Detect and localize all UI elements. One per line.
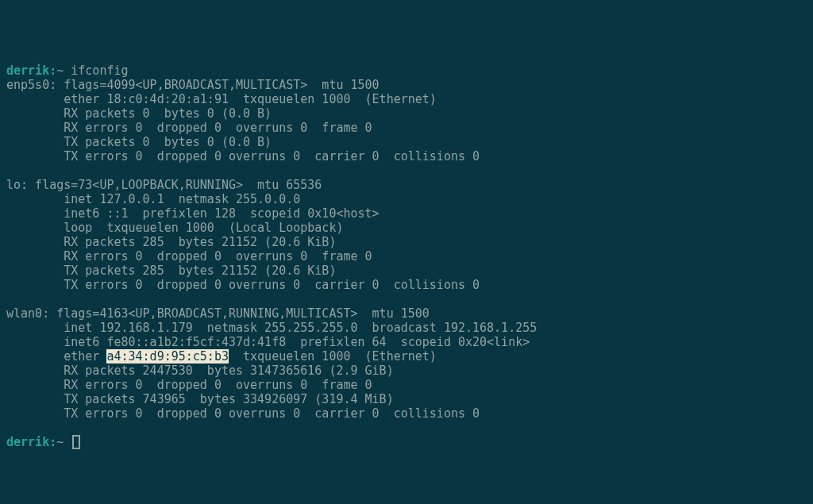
wlan0-rx-errors: RX errors 0 dropped 0 overruns 0 frame 0 (6, 378, 372, 392)
wlan0-ether-pre: ether (6, 349, 106, 364)
wlan0-tx-errors: TX errors 0 dropped 0 overruns 0 carrier… (6, 406, 480, 421)
enp5s0-tx-errors: TX errors 0 dropped 0 overruns 0 carrier… (6, 149, 480, 164)
prompt-user-2: derrik (6, 435, 49, 449)
enp5s0-tx-packets: TX packets 0 bytes 0 (0.0 B) (6, 135, 272, 149)
prompt-path: ~ (56, 63, 64, 78)
wlan0-mac-highlighted: a4:34:d9:95:c5:b3 (106, 349, 229, 364)
lo-rx-errors: RX errors 0 dropped 0 overruns 0 frame 0 (6, 249, 372, 264)
wlan0-ether-post: txqueuelen 1000 (Ethernet) (229, 349, 437, 364)
prompt-sep-2: : (49, 435, 56, 449)
prompt-sep: : (49, 63, 56, 78)
command-ifconfig: ifconfig (71, 63, 128, 78)
terminal-output[interactable]: derrik:~ ifconfig enp5s0: flags=4099<UP,… (6, 63, 807, 449)
wlan0-rx-packets: RX packets 2447530 bytes 3147365616 (2.9… (6, 364, 394, 378)
enp5s0-rx-packets: RX packets 0 bytes 0 (0.0 B) (6, 106, 272, 121)
wlan0-flags: wlan0: flags=4163<UP,BROADCAST,RUNNING,M… (6, 306, 430, 321)
lo-tx-packets: TX packets 285 bytes 21152 (20.6 KiB) (6, 264, 336, 278)
wlan0-tx-packets: TX packets 743965 bytes 334926097 (319.4… (6, 392, 394, 406)
wlan0-inet6: inet6 fe80::a1b2:f5cf:437d:41f8 prefixle… (6, 335, 530, 349)
lo-inet6: inet6 ::1 prefixlen 128 scopeid 0x10<hos… (6, 206, 380, 221)
enp5s0-flags: enp5s0: flags=4099<UP,BROADCAST,MULTICAS… (6, 78, 380, 92)
lo-loop: loop txqueuelen 1000 (Local Loopback) (6, 221, 343, 235)
enp5s0-rx-errors: RX errors 0 dropped 0 overruns 0 frame 0 (6, 121, 372, 135)
prompt-path-2: ~ (56, 435, 64, 449)
lo-rx-packets: RX packets 285 bytes 21152 (20.6 KiB) (6, 235, 336, 249)
cursor-icon (72, 435, 80, 449)
enp5s0-ether: ether 18:c0:4d:20:a1:91 txqueuelen 1000 … (6, 92, 437, 106)
lo-inet: inet 127.0.0.1 netmask 255.0.0.0 (6, 192, 300, 206)
lo-flags: lo: flags=73<UP,LOOPBACK,RUNNING> mtu 65… (6, 178, 322, 192)
lo-tx-errors: TX errors 0 dropped 0 overruns 0 carrier… (6, 278, 480, 292)
prompt-user: derrik (6, 63, 49, 78)
wlan0-inet: inet 192.168.1.179 netmask 255.255.255.0… (6, 321, 537, 335)
